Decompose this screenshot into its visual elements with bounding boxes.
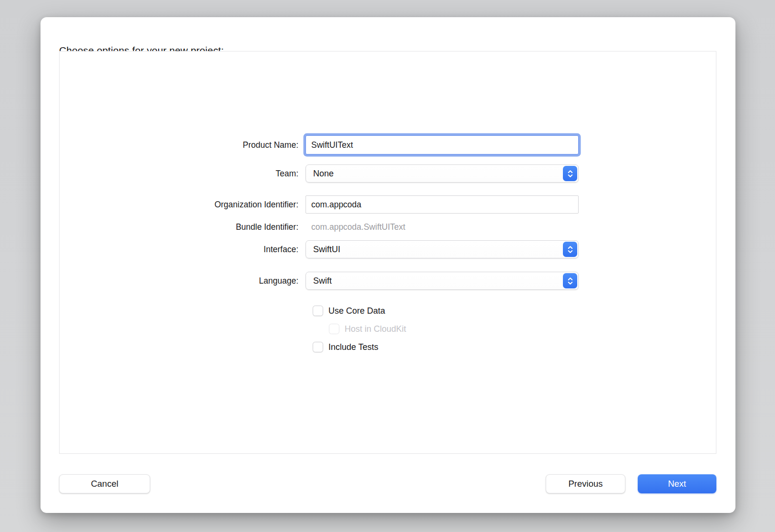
use-core-data-row: Use Core Data (313, 305, 716, 317)
bundle-identifier-row: Bundle Identifier: com.appcoda.SwiftUITe… (60, 220, 716, 234)
organization-identifier-label: Organization Identifier: (60, 200, 306, 210)
next-button[interactable]: Next (638, 474, 716, 493)
interface-label: Interface: (60, 245, 306, 255)
new-project-options-dialog: Choose options for your new project: Pro… (41, 17, 735, 513)
language-popup[interactable]: Swift (306, 272, 579, 290)
language-label: Language: (60, 276, 306, 286)
previous-button[interactable]: Previous (546, 474, 625, 493)
product-name-label: Product Name: (60, 140, 306, 150)
product-name-input[interactable] (306, 135, 579, 154)
options-panel: Product Name: Team: None (59, 51, 716, 454)
include-tests-row: Include Tests (313, 341, 716, 353)
interface-popup[interactable]: SwiftUI (306, 240, 579, 258)
chevron-up-down-icon (563, 166, 577, 181)
bundle-identifier-value: com.appcoda.SwiftUIText (306, 222, 579, 232)
use-core-data-checkbox[interactable] (313, 306, 323, 316)
host-in-cloudkit-checkbox (329, 324, 339, 334)
chevron-up-down-icon (563, 273, 577, 288)
include-tests-checkbox[interactable] (313, 342, 323, 352)
include-tests-label: Include Tests (328, 342, 378, 352)
team-popup[interactable]: None (306, 164, 579, 183)
options-form: Product Name: Team: None (60, 135, 716, 353)
chevron-up-down-icon (563, 242, 577, 257)
host-in-cloudkit-label: Host in CloudKit (345, 324, 406, 334)
team-popup-value: None (313, 169, 334, 179)
language-popup-value: Swift (313, 276, 332, 286)
interface-popup-value: SwiftUI (313, 245, 340, 255)
cancel-button[interactable]: Cancel (59, 474, 150, 493)
bundle-identifier-label: Bundle Identifier: (60, 222, 306, 232)
host-in-cloudkit-row: Host in CloudKit (329, 323, 716, 335)
language-row: Language: Swift (60, 272, 716, 290)
team-row: Team: None (60, 164, 716, 183)
product-name-row: Product Name: (60, 135, 716, 154)
organization-identifier-row: Organization Identifier: (60, 195, 716, 214)
use-core-data-label: Use Core Data (328, 306, 385, 316)
interface-row: Interface: SwiftUI (60, 240, 716, 258)
team-label: Team: (60, 169, 306, 179)
organization-identifier-input[interactable] (306, 195, 579, 214)
